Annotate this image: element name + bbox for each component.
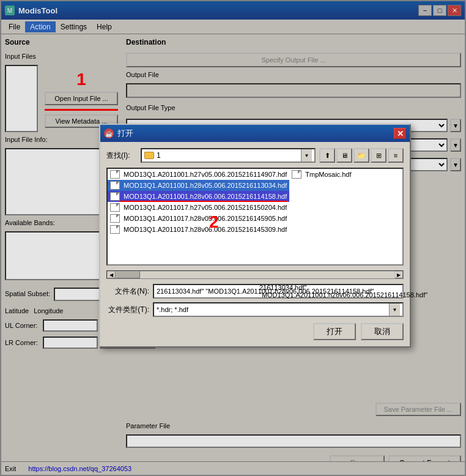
dialog-title-bar: ☕ 打开 ✕ [100, 125, 410, 142]
look-in-value: 1 [157, 151, 161, 160]
list-item[interactable]: MOD13Q1.A2011017.h28v06.006.201521614530… [108, 224, 289, 235]
file-icon [110, 192, 120, 201]
dialog-nav-buttons: ⬆ 🖥 📁 ⊞ ≡ [319, 148, 404, 163]
scroll-left-btn[interactable]: ◀ [107, 271, 116, 278]
file-name: TmpMosaic.hdf [305, 171, 351, 178]
file-type-row: 文件类型(T): *.hdr; *.hdf ▼ [106, 302, 404, 317]
dialog-open-button[interactable]: 打开 [313, 323, 356, 340]
file-icon [110, 214, 120, 223]
list-item[interactable]: MOD13Q1.A2011017.h27v05.006.201521615020… [108, 202, 289, 213]
nav-list-view-button[interactable]: ⊞ [371, 148, 386, 163]
nav-detail-view-button[interactable]: ≡ [388, 148, 404, 163]
file-name-label: 文件名(N): [106, 286, 149, 297]
dialog-title: 打开 [117, 128, 133, 139]
dialog-cancel-button[interactable]: 取消 [361, 323, 404, 340]
file-icon [110, 225, 120, 234]
scroll-right-btn[interactable]: ▶ [394, 271, 403, 278]
file-icon [292, 170, 301, 179]
folder-icon [144, 152, 154, 159]
file-icon [110, 170, 120, 179]
list-item[interactable]: MOD13Q1.A2011001.h28v06.006.201521611415… [108, 191, 289, 202]
file-type-value: *.hdr; *.hdf [157, 306, 188, 313]
file-name: MOD13Q1.A2011017.h27v05.006.201521615020… [124, 204, 287, 211]
main-window: M ModisTool − □ ✕ File Action Settings H… [0, 0, 466, 476]
look-in-combo-inner: 1 [144, 151, 161, 160]
dialog-action-buttons: 打开 取消 [106, 323, 404, 340]
file-type-combo[interactable]: *.hdr; *.hdf ▼ [153, 302, 404, 317]
list-item[interactable]: MOD13Q1.A2011001.h28v05.006.201521611303… [108, 180, 289, 191]
file-name: MOD13Q1.A2011001.h28v06.006.201521611415… [124, 193, 287, 200]
file-name: MOD13Q1.A2011017.h28v06.006.201521614530… [124, 226, 287, 233]
nav-home-button[interactable]: 🖥 [336, 148, 352, 163]
file-name: MOD13Q1.A2011001.h28v05.006.201521611303… [124, 182, 287, 189]
file-open-dialog: ☕ 打开 ✕ 查找(I): 1 ▼ [99, 124, 411, 348]
file-name-input[interactable] [153, 284, 404, 299]
look-in-label: 查找(I): [106, 151, 137, 161]
file-column-2: TmpMosaic.hdf [289, 169, 402, 235]
dialog-overlay: ☕ 打开 ✕ 查找(I): 1 ▼ [1, 1, 465, 475]
file-type-dropdown-btn[interactable]: ▼ [389, 303, 400, 316]
dialog-file-area[interactable]: MOD13Q1.A2011001.h27v05.006.201521611490… [106, 168, 404, 266]
horizontal-scrollbar[interactable]: ◀ ▶ [106, 270, 404, 279]
java-icon: ☕ [104, 128, 114, 138]
list-item[interactable]: TmpMosaic.hdf [289, 169, 402, 180]
nav-new-folder-button[interactable]: 📁 [353, 148, 369, 163]
dialog-close-button[interactable]: ✕ [394, 128, 406, 139]
file-type-label: 文件类型(T): [106, 305, 149, 315]
look-in-combo[interactable]: 1 ▼ [141, 148, 316, 163]
nav-up-button[interactable]: ⬆ [319, 148, 335, 163]
dialog-body: 查找(I): 1 ▼ ⬆ 🖥 📁 ⊞ ≡ [100, 142, 410, 346]
scroll-thumb[interactable] [116, 271, 140, 278]
look-in-dropdown-btn[interactable]: ▼ [301, 149, 312, 162]
file-name: MOD13Q1.A2011001.h27v05.006.201521611490… [124, 171, 287, 178]
list-item[interactable]: MOD13Q1.A2011001.h27v05.006.201521611490… [108, 169, 289, 180]
file-column-1: MOD13Q1.A2011001.h27v05.006.201521611490… [108, 169, 289, 235]
file-list: MOD13Q1.A2011001.h27v05.006.201521611490… [108, 169, 402, 235]
file-name: MOD13Q1.A2011017.h28v05.006.201521614590… [124, 215, 287, 222]
selected-underline [120, 201, 287, 202]
list-item[interactable]: MOD13Q1.A2011017.h28v05.006.201521614590… [108, 213, 289, 224]
file-name-row: 文件名(N): 216113034.hdf" "MOD13Q1.A2011001… [106, 284, 404, 299]
dialog-toolbar: 查找(I): 1 ▼ ⬆ 🖥 📁 ⊞ ≡ [106, 148, 404, 163]
file-icon [110, 203, 120, 212]
dialog-title-left: ☕ 打开 [104, 128, 133, 139]
file-icon [110, 181, 120, 190]
